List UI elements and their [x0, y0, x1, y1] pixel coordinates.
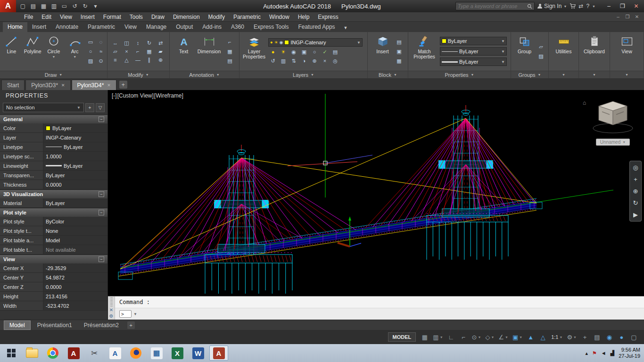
menu-parametric[interactable]: Parametric: [229, 12, 265, 22]
insert-block-button[interactable]: Insert: [372, 33, 394, 70]
file-tab-close-icon[interactable]: ✕: [107, 83, 111, 88]
command-input-line[interactable]: > ▼: [115, 308, 644, 320]
navigation-bar[interactable]: ◎+⊕↻▶: [629, 161, 642, 222]
property-value[interactable]: ByLayer: [43, 123, 107, 132]
ribbon-tab-annotate[interactable]: Annotate: [51, 22, 83, 32]
autodesk-exchange-icon[interactable]: ⇄: [578, 3, 583, 9]
property-value[interactable]: 0.0000: [43, 180, 107, 189]
menu-tools[interactable]: Tools: [125, 12, 147, 22]
search-icon[interactable]: [527, 4, 532, 9]
polar-tracking-icon[interactable]: ⊙▼: [471, 332, 483, 342]
help-caret-icon[interactable]: ▼: [592, 5, 595, 8]
redo-icon[interactable]: ↻: [80, 1, 90, 11]
viewcube[interactable]: ⌂ Unnamed ▼: [588, 99, 637, 146]
create-block-icon[interactable]: ▣: [395, 48, 404, 55]
panel-label-modify[interactable]: Modify▼: [107, 71, 169, 78]
erase-tool-icon[interactable]: ▰: [156, 48, 165, 55]
snipping-tool-icon[interactable]: ✂: [85, 346, 104, 361]
menu-express[interactable]: Express: [314, 12, 342, 22]
move-tool-icon[interactable]: ↔: [111, 39, 120, 47]
doc-restore-button[interactable]: ❐: [623, 14, 632, 19]
menu-edit[interactable]: Edit: [37, 12, 56, 22]
break-tool-icon[interactable]: ∥: [145, 56, 154, 64]
qat-dropdown-icon[interactable]: ▾: [91, 1, 100, 11]
pickadd-toggle-button[interactable]: +: [85, 103, 94, 112]
recent-commands-caret-icon[interactable]: ▼: [133, 312, 137, 316]
panel-label-clipboard[interactable]: ▼: [579, 71, 610, 78]
autodesk-app-icon[interactable]: A: [106, 346, 124, 361]
doc-close-button[interactable]: ✕: [633, 14, 641, 19]
infer-constraints-icon[interactable]: ∟: [446, 332, 457, 342]
help-icon[interactable]: ?: [586, 3, 589, 9]
minimize-button[interactable]: –: [602, 1, 616, 11]
layer-freeze-icon[interactable]: ☀: [279, 48, 288, 56]
text-button[interactable]: A Text: [174, 33, 193, 70]
panel-label-utilities[interactable]: ▼: [549, 71, 578, 78]
sign-in-button[interactable]: Sign In ▼: [537, 3, 567, 9]
property-value[interactable]: ByColor: [43, 217, 107, 226]
doc-minimize-button[interactable]: –: [614, 14, 622, 19]
view-control[interactable]: [Custom View]: [117, 92, 154, 99]
graphics-performance-icon[interactable]: ●: [616, 332, 627, 342]
layer-isolate-icon[interactable]: ▣: [299, 48, 309, 56]
object-color-combo[interactable]: ByLayer ▼: [440, 37, 507, 45]
isolate-objects-icon[interactable]: ◉: [604, 332, 615, 342]
manage-attributes-icon[interactable]: ▦: [395, 57, 404, 65]
grip-dots[interactable]: [110, 297, 113, 306]
excel-icon[interactable]: X: [168, 346, 187, 361]
menu-format[interactable]: Format: [99, 12, 125, 22]
offset-tool-icon[interactable]: ≡: [111, 56, 120, 64]
rectangle-tool-icon[interactable]: ▭: [86, 38, 95, 46]
viewcube-unnamed-button[interactable]: Unnamed ▼: [596, 139, 630, 146]
ribbon-tab-insert[interactable]: Insert: [27, 22, 51, 32]
drawing-viewport[interactable]: [-] [Custom View] [Wireframe] ⌂: [108, 90, 644, 296]
section-header-plot-style[interactable]: Plot style−: [0, 208, 107, 217]
lengthen-tool-icon[interactable]: —: [133, 56, 143, 64]
menu-modify[interactable]: Modify: [204, 12, 229, 22]
ellipse-tool-icon[interactable]: ○: [86, 48, 95, 55]
panel-label-layers[interactable]: Layers▼: [239, 71, 367, 78]
linetype-combo[interactable]: ByLayer ▼: [440, 47, 507, 56]
ribbon-tab-featured-apps[interactable]: Featured Apps: [294, 22, 340, 32]
section-collapse-icon[interactable]: −: [99, 116, 104, 122]
property-value[interactable]: None: [43, 226, 107, 235]
hatch-tool-icon[interactable]: ▨: [86, 57, 95, 65]
ribbon-tab-express-tools[interactable]: Express Tools: [249, 22, 293, 32]
save-icon[interactable]: ▦: [39, 1, 49, 11]
pan-icon[interactable]: +: [634, 176, 637, 182]
ribbon-display-toggle-icon[interactable]: ▼: [340, 24, 352, 32]
network-icon[interactable]: ▟: [611, 350, 614, 356]
customize-command-icon[interactable]: ⚙: [109, 314, 114, 319]
property-value[interactable]: ByLayer: [43, 171, 107, 180]
layer-select-combo[interactable]: ● ☀ ◉ INGP-Catenary ▼: [268, 38, 363, 47]
section-header-3d-visualization[interactable]: 3D Visualization−: [0, 189, 107, 198]
property-value[interactable]: INGP-Catenary: [43, 133, 107, 142]
ribbon-tab-home[interactable]: Home: [3, 22, 27, 32]
unlock-layer-icon[interactable]: ◎: [330, 57, 340, 65]
showmotion-icon[interactable]: ▶: [633, 212, 638, 218]
grid-display-icon[interactable]: ▦: [419, 332, 430, 342]
revision-cloud-icon[interactable]: ◌: [96, 38, 106, 46]
model-space-button[interactable]: MODEL: [388, 332, 416, 342]
bridge-wireframe-drawing[interactable]: [108, 90, 644, 296]
search-input[interactable]: [458, 3, 527, 9]
scale-tool-icon[interactable]: ▱: [111, 48, 120, 55]
command-history-line[interactable]: Command :: [115, 296, 644, 308]
ribbon-tab-view[interactable]: View: [120, 22, 141, 32]
file-tab-pylon3d3[interactable]: Pylon3D3*✕: [25, 80, 70, 90]
point-tool-icon[interactable]: ⊙: [96, 57, 106, 65]
panel-label-view[interactable]: ▼: [610, 71, 644, 78]
close-button[interactable]: ✕: [629, 1, 643, 11]
file-tab-start[interactable]: Start: [1, 80, 25, 90]
ribbon-tab-output[interactable]: Output: [171, 22, 198, 32]
snap-mode-icon[interactable]: ▥▼: [431, 332, 444, 342]
show-hidden-icons[interactable]: ▴: [585, 350, 588, 356]
dimension-button[interactable]: Dimension: [194, 33, 224, 70]
annotation-visibility-icon[interactable]: ▲: [525, 332, 536, 342]
close-command-window-icon[interactable]: ✕: [109, 308, 113, 313]
visual-style-control[interactable]: [Wireframe]: [154, 92, 183, 99]
ungroup-icon[interactable]: ▱: [537, 43, 546, 50]
menu-view[interactable]: View: [56, 12, 76, 22]
viewcube-cube[interactable]: [589, 99, 636, 135]
property-value[interactable]: ByLayer: [43, 161, 107, 170]
